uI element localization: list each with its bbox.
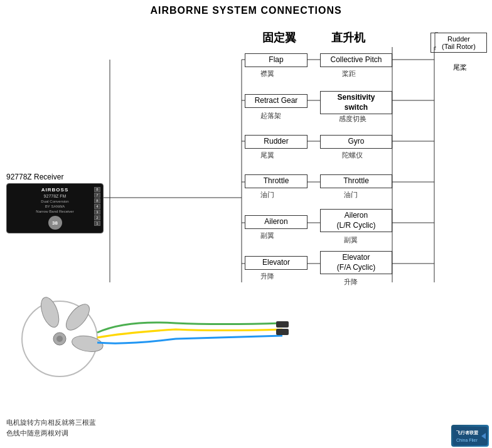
top-section: 固定翼 直升机 Rudder (Tail Rotor) 尾桨 Flap 襟翼 R… [0, 13, 492, 301]
aileron-fixed-box: Aileron [245, 215, 308, 229]
caption-line2: 色线中随意两根对调 [6, 428, 96, 439]
retract-gear-zh: 起落架 [260, 111, 281, 120]
receiver-num-4: 3 [94, 210, 100, 215]
elevator-fixed-zh: 升降 [260, 272, 274, 281]
receiver-image: AIRBOSS 92778Z FM Dual Conversion BY SAN… [6, 183, 104, 233]
watermark-logo: 飞行者联盟 China Flier [451, 425, 489, 447]
elevator-fixed-box: Elevator [245, 256, 308, 270]
svg-rect-35 [276, 321, 289, 328]
rudder-top-en1: Rudder [433, 35, 484, 43]
watermark: 飞行者联盟 China Flier [451, 425, 489, 447]
receiver-num-3: 2 [94, 215, 100, 220]
aileron-heli-box: Aileron(L/R Cyclic) [320, 209, 392, 232]
svg-text:飞行者联盟: 飞行者联盟 [456, 430, 479, 435]
bottom-wiring-svg [0, 289, 492, 414]
receiver-num-7: 7 [94, 193, 100, 198]
rudder-fixed-zh: 尾翼 [260, 151, 274, 160]
aileron-fixed-zh: 副翼 [260, 231, 274, 240]
gyro-box: Gyro [320, 135, 392, 149]
svg-point-34 [56, 336, 63, 342]
throttle-fixed-box: Throttle [245, 174, 308, 188]
rudder-top-en2: (Tail Rotor) [433, 43, 484, 50]
receiver-model: 92778Z FM [44, 194, 67, 198]
receiver-num-5: 4 [94, 204, 100, 209]
rudder-top-box: Rudder (Tail Rotor) [430, 33, 487, 53]
receiver-num-2: 1 [94, 221, 100, 226]
sensitivity-switch-zh: 感度切换 [339, 114, 366, 124]
receiver-brand: AIRBOSS [41, 187, 68, 193]
receiver-num-6: 8 [94, 198, 100, 203]
bottom-section: 无刷电调 - + 锂电池 电机旋转方向相反就将三根蓝 色线中随意两根对调 [0, 289, 492, 445]
receiver-label: 92778Z Receiver [6, 173, 107, 181]
receiver-channel: 38 [48, 216, 62, 230]
receiver-numbers: 8 7 8 4 3 2 1 [94, 187, 100, 226]
aileron-heli-zh: 副翼 [344, 235, 358, 245]
main-container: AIRBORNE SYSTEM CONNECTIONS 固定翼 直升机 Rudd… [0, 0, 492, 448]
elevator-heli-box: Elevator(F/A Cyclic) [320, 251, 392, 274]
receiver-num-8: 8 [94, 187, 100, 192]
receiver-subtitle: Dual Conversion [41, 200, 68, 203]
throttle-heli-box: Throttle [320, 174, 392, 188]
receiver-subtitle2: BY SANWA [45, 205, 65, 208]
bottom-caption: 电机旋转方向相反就将三根蓝 色线中随意两根对调 [6, 417, 96, 439]
gyro-zh: 陀螺仪 [342, 151, 363, 160]
helicopter-header: 直升机 [314, 30, 383, 45]
receiver-type: Narrow Band Receiver [36, 210, 73, 213]
svg-rect-36 [276, 329, 289, 335]
retract-gear-box: Retract Gear [245, 94, 308, 108]
elevator-heli-zh: 升降 [344, 277, 358, 287]
flap-box: Flap [245, 53, 308, 67]
watermark-svg: 飞行者联盟 China Flier [453, 427, 488, 445]
rudder-fixed-box: Rudder [245, 135, 308, 149]
flap-zh: 襟翼 [260, 69, 274, 78]
collective-pitch-box: Collective Pitch [320, 53, 392, 67]
svg-point-30 [38, 295, 63, 329]
throttle-heli-zh: 油门 [344, 190, 358, 200]
rudder-top-zh: 尾桨 [453, 63, 467, 72]
collective-pitch-zh: 桨距 [342, 69, 356, 78]
svg-text:China Flier: China Flier [456, 438, 478, 442]
fixed-wing-header: 固定翼 [245, 30, 314, 45]
caption-line1: 电机旋转方向相反就将三根蓝 [6, 417, 96, 429]
sensitivity-switch-box: Sensitivityswitch [320, 91, 392, 114]
receiver-box: 92778Z Receiver AIRBOSS 92778Z FM Dual C… [6, 173, 107, 233]
throttle-fixed-zh: 油门 [260, 190, 274, 200]
